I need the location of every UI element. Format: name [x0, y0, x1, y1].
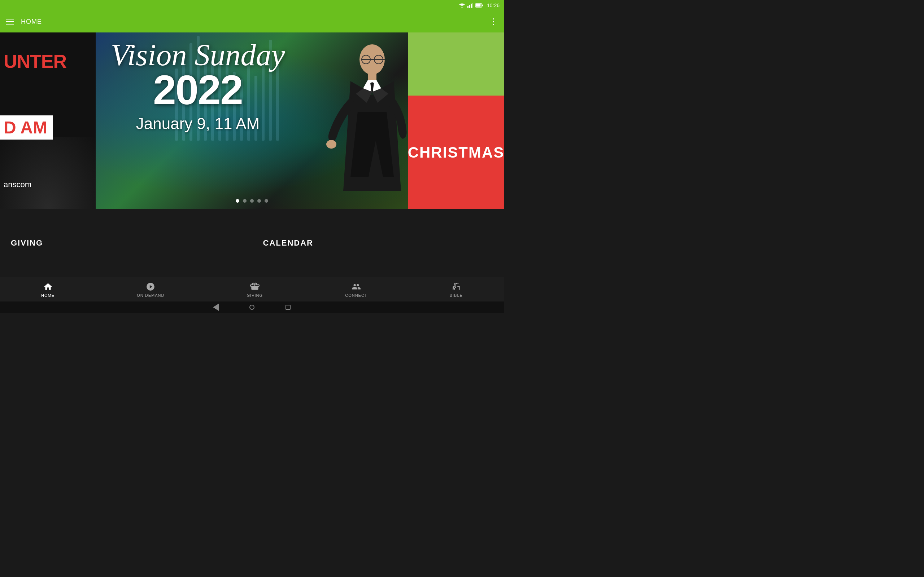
android-recent-button[interactable] — [284, 304, 292, 311]
nav-item-home[interactable]: HOME — [34, 279, 62, 300]
dot-4[interactable] — [257, 199, 261, 203]
android-nav — [0, 301, 504, 313]
status-bar: 10:26 — [0, 0, 504, 11]
android-home-button[interactable] — [248, 304, 255, 311]
nav-item-on-demand[interactable]: ON DEMAND — [129, 279, 171, 300]
svg-rect-2 — [471, 3, 472, 8]
play-circle-icon — [145, 282, 155, 292]
slide-left-name: anscom — [3, 180, 31, 189]
giving-card[interactable]: GIVING — [0, 209, 252, 277]
christmas-label: CHRISTMAS — [408, 144, 504, 161]
carousel-slide-left: UNTER D AM anscom — [0, 32, 96, 209]
svg-rect-34 — [374, 177, 384, 191]
on-demand-label: ON DEMAND — [137, 293, 164, 298]
people-icon — [351, 282, 361, 292]
svg-rect-6 — [482, 5, 483, 6]
giving-nav-label: GIVING — [247, 293, 263, 298]
nav-item-bible[interactable]: BIBLE — [443, 279, 470, 300]
carousel-dots — [236, 199, 268, 203]
svg-rect-0 — [467, 6, 468, 8]
slide-left-title: UNTER — [3, 50, 66, 72]
app-title: HOME — [21, 18, 42, 26]
slide-center-text: Vision Sunday 2022 January 9, 11 AM — [96, 40, 300, 133]
svg-rect-3 — [472, 3, 473, 8]
bible-label: BIBLE — [450, 293, 463, 298]
status-icons: 10:26 — [459, 3, 499, 8]
svg-rect-5 — [476, 4, 480, 7]
svg-rect-36 — [454, 283, 454, 285]
slide-left-am: D AM — [0, 115, 53, 140]
main-content: UNTER D AM anscom — [0, 32, 504, 277]
bottom-nav: HOME ON DEMAND GIVING CONNECT — [0, 277, 504, 301]
carousel-slide-right: CHRISTMAS — [408, 32, 504, 209]
bottom-grid: GIVING CALENDAR — [0, 209, 504, 277]
giving-label: GIVING — [11, 239, 43, 248]
carousel[interactable]: UNTER D AM anscom — [0, 32, 504, 209]
svg-rect-37 — [455, 283, 457, 284]
wifi-icon — [459, 3, 465, 8]
carousel-slide-center: Vision Sunday 2022 January 9, 11 AM — [96, 32, 408, 209]
dot-5[interactable] — [265, 199, 268, 203]
book-icon — [451, 282, 461, 292]
year-display: 2022 — [96, 70, 300, 110]
battery-icon — [475, 3, 483, 8]
time-display: 10:26 — [487, 3, 499, 8]
vision-title: Vision Sunday — [96, 40, 300, 70]
nav-item-connect[interactable]: CONNECT — [338, 279, 374, 300]
slide-right-red: CHRISTMAS — [408, 95, 504, 209]
home-label: HOME — [41, 293, 55, 298]
dot-3[interactable] — [250, 199, 254, 203]
calendar-label: CALENDAR — [263, 239, 313, 248]
svg-rect-1 — [469, 5, 470, 8]
slide-date: January 9, 11 AM — [96, 115, 300, 133]
gift-icon — [250, 282, 260, 292]
calendar-card[interactable]: CALENDAR — [252, 209, 504, 277]
home-icon — [43, 282, 53, 292]
dot-2[interactable] — [243, 199, 247, 203]
dot-1[interactable] — [236, 199, 239, 203]
svg-point-32 — [326, 140, 336, 148]
more-options-icon[interactable]: ⋮ — [489, 17, 498, 26]
slide-right-green — [408, 32, 504, 95]
preacher-figure — [300, 40, 408, 191]
app-bar-left: HOME — [6, 18, 42, 26]
app-bar: HOME ⋮ — [0, 11, 504, 32]
svg-rect-33 — [356, 177, 366, 191]
android-back-button[interactable] — [212, 304, 220, 311]
bottom-cards-section: GIVING CALENDAR — [0, 209, 504, 277]
signal-icon — [467, 3, 473, 8]
connect-label: CONNECT — [345, 293, 367, 298]
hamburger-menu-icon[interactable] — [6, 19, 14, 24]
nav-item-giving[interactable]: GIVING — [240, 279, 270, 300]
